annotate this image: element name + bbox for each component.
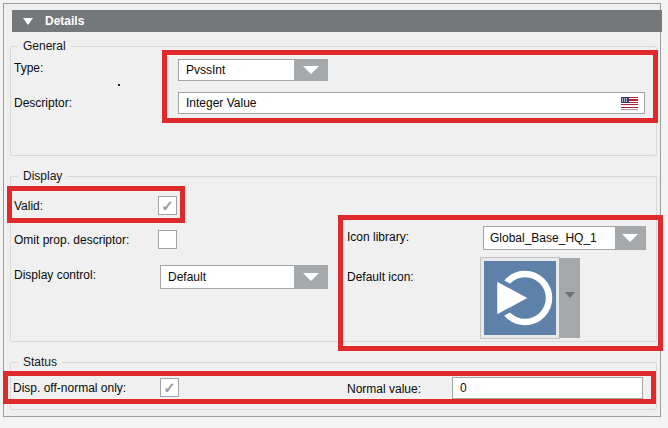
normal-value-label: Normal value: <box>347 382 421 396</box>
display-control-dropdown-button[interactable] <box>294 266 327 288</box>
disp-offnormal-label: Disp. off-normal only: <box>13 381 126 395</box>
icon-library-dropdown-button[interactable] <box>615 227 645 249</box>
descriptor-field[interactable] <box>178 92 645 114</box>
general-group-label: General <box>18 39 71 53</box>
details-header-title: Details <box>45 14 84 28</box>
status-group-label: Status <box>18 355 62 369</box>
display-control-label: Display control: <box>14 268 96 282</box>
normal-value-input[interactable] <box>453 381 642 395</box>
chevron-down-icon <box>303 66 319 74</box>
enter-circle-arrow-icon <box>484 261 556 335</box>
default-icon-dropdown-button[interactable] <box>559 258 580 338</box>
display-group-label: Display <box>18 169 67 183</box>
omit-descriptor-checkbox[interactable] <box>158 230 177 249</box>
omit-descriptor-label: Omit prop. descriptor: <box>14 233 129 247</box>
icon-library-dropdown[interactable]: Global_Base_HQ_1 <box>483 226 646 250</box>
valid-label: Valid: <box>14 199 43 213</box>
chevron-down-icon <box>303 273 319 281</box>
display-control-value: Default <box>161 266 294 288</box>
valid-checkbox[interactable]: ✓ <box>158 196 177 215</box>
display-control-dropdown[interactable]: Default <box>160 265 328 289</box>
stray-dot <box>118 84 120 86</box>
descriptor-label: Descriptor: <box>14 96 72 110</box>
collapse-triangle-icon[interactable] <box>23 18 33 25</box>
details-panel-screen: Details General Type: PvssInt Descriptor… <box>0 0 668 428</box>
details-header[interactable]: Details <box>12 10 662 32</box>
icon-library-value: Global_Base_HQ_1 <box>484 227 615 249</box>
default-icon-button[interactable] <box>481 258 559 338</box>
chevron-down-icon <box>622 234 638 242</box>
disp-offnormal-checkbox[interactable]: ✓ <box>160 378 179 397</box>
icon-library-label: Icon library: <box>347 230 409 244</box>
normal-value-field[interactable] <box>452 377 643 399</box>
default-icon-label: Default icon: <box>347 270 414 284</box>
us-flag-icon <box>621 97 638 109</box>
descriptor-input[interactable] <box>179 96 621 110</box>
type-dropdown[interactable]: PvssInt <box>178 59 328 81</box>
checkmark-icon: ✓ <box>163 380 176 395</box>
checkmark-icon: ✓ <box>161 198 174 213</box>
type-label: Type: <box>14 61 43 75</box>
type-dropdown-value: PvssInt <box>179 60 294 80</box>
type-dropdown-button[interactable] <box>294 60 327 80</box>
chevron-down-icon <box>565 292 575 298</box>
